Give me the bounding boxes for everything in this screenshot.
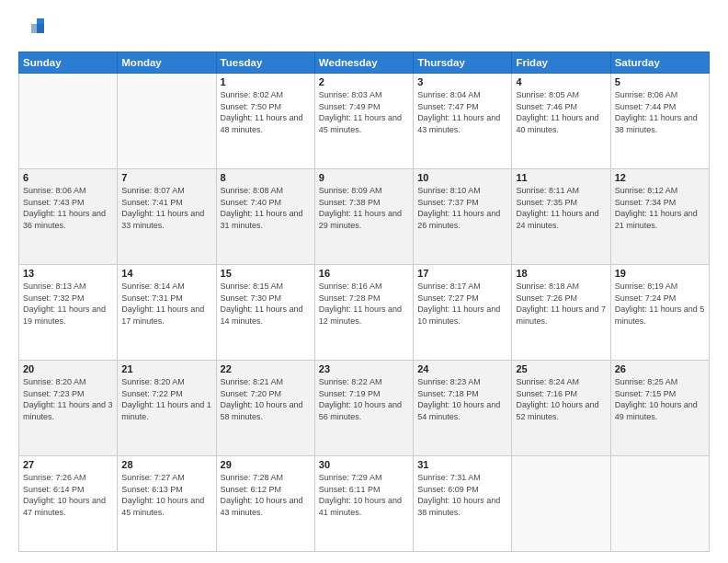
day-number: 7 (121, 172, 211, 183)
logo (18, 15, 46, 44)
day-number: 30 (319, 459, 409, 470)
day-info: Sunrise: 8:20 AM Sunset: 7:23 PM Dayligh… (23, 376, 113, 422)
day-number: 18 (516, 268, 606, 279)
calendar-table: SundayMondayTuesdayWednesdayThursdayFrid… (18, 52, 710, 552)
day-info: Sunrise: 8:06 AM Sunset: 7:43 PM Dayligh… (23, 185, 113, 231)
day-info: Sunrise: 8:18 AM Sunset: 7:26 PM Dayligh… (516, 281, 606, 327)
calendar-cell (512, 456, 610, 552)
day-number: 17 (417, 268, 507, 279)
header (18, 15, 710, 44)
day-info: Sunrise: 8:03 AM Sunset: 7:49 PM Dayligh… (319, 89, 409, 135)
day-info: Sunrise: 8:04 AM Sunset: 7:47 PM Dayligh… (417, 89, 507, 135)
svg-marker-2 (31, 24, 44, 33)
day-number: 20 (23, 363, 113, 374)
day-number: 22 (221, 363, 311, 374)
day-info: Sunrise: 8:17 AM Sunset: 7:27 PM Dayligh… (417, 281, 507, 327)
day-number: 21 (121, 363, 211, 374)
day-number: 23 (319, 363, 409, 374)
day-number: 11 (516, 172, 606, 183)
day-info: Sunrise: 8:15 AM Sunset: 7:30 PM Dayligh… (221, 281, 311, 327)
calendar-cell: 21Sunrise: 8:20 AM Sunset: 7:22 PM Dayli… (118, 361, 216, 456)
day-header-sunday: Sunday (19, 52, 118, 74)
calendar-cell: 23Sunrise: 8:22 AM Sunset: 7:19 PM Dayli… (314, 361, 413, 456)
calendar-week-row: 20Sunrise: 8:20 AM Sunset: 7:23 PM Dayli… (19, 361, 710, 456)
calendar-cell (610, 456, 709, 552)
day-info: Sunrise: 8:09 AM Sunset: 7:38 PM Dayligh… (319, 185, 409, 231)
calendar-cell: 5Sunrise: 8:06 AM Sunset: 7:44 PM Daylig… (610, 74, 709, 169)
calendar-cell: 29Sunrise: 7:28 AM Sunset: 6:12 PM Dayli… (216, 456, 314, 552)
calendar-cell: 20Sunrise: 8:20 AM Sunset: 7:23 PM Dayli… (19, 361, 118, 456)
calendar-cell: 24Sunrise: 8:23 AM Sunset: 7:18 PM Dayli… (414, 361, 512, 456)
day-info: Sunrise: 7:27 AM Sunset: 6:13 PM Dayligh… (121, 472, 211, 518)
calendar-header-row: SundayMondayTuesdayWednesdayThursdayFrid… (19, 52, 710, 74)
calendar-cell: 1Sunrise: 8:02 AM Sunset: 7:50 PM Daylig… (216, 74, 314, 169)
day-header-monday: Monday (118, 52, 216, 74)
day-number: 13 (23, 268, 113, 279)
day-info: Sunrise: 8:20 AM Sunset: 7:22 PM Dayligh… (121, 376, 211, 422)
calendar-cell: 26Sunrise: 8:25 AM Sunset: 7:15 PM Dayli… (610, 361, 709, 456)
day-number: 3 (417, 76, 507, 87)
calendar-cell: 25Sunrise: 8:24 AM Sunset: 7:16 PM Dayli… (512, 361, 610, 456)
day-info: Sunrise: 8:11 AM Sunset: 7:35 PM Dayligh… (516, 185, 606, 231)
day-number: 31 (417, 459, 507, 470)
day-info: Sunrise: 8:08 AM Sunset: 7:40 PM Dayligh… (221, 185, 311, 231)
calendar-cell: 6Sunrise: 8:06 AM Sunset: 7:43 PM Daylig… (19, 169, 118, 265)
page: SundayMondayTuesdayWednesdayThursdayFrid… (0, 0, 728, 563)
calendar-cell: 31Sunrise: 7:31 AM Sunset: 6:09 PM Dayli… (414, 456, 512, 552)
calendar-cell: 2Sunrise: 8:03 AM Sunset: 7:49 PM Daylig… (314, 74, 413, 169)
calendar-cell (118, 74, 216, 169)
calendar-cell: 12Sunrise: 8:12 AM Sunset: 7:34 PM Dayli… (610, 169, 709, 265)
day-number: 15 (221, 268, 311, 279)
day-number: 10 (417, 172, 507, 183)
calendar-cell: 30Sunrise: 7:29 AM Sunset: 6:11 PM Dayli… (314, 456, 413, 552)
day-info: Sunrise: 7:31 AM Sunset: 6:09 PM Dayligh… (417, 472, 507, 518)
day-number: 28 (121, 459, 211, 470)
calendar-cell: 17Sunrise: 8:17 AM Sunset: 7:27 PM Dayli… (414, 265, 512, 361)
day-number: 6 (23, 172, 113, 183)
calendar-week-row: 1Sunrise: 8:02 AM Sunset: 7:50 PM Daylig… (19, 74, 710, 169)
calendar-cell: 19Sunrise: 8:19 AM Sunset: 7:24 PM Dayli… (610, 265, 709, 361)
day-number: 19 (615, 268, 705, 279)
day-number: 24 (417, 363, 507, 374)
calendar-cell: 3Sunrise: 8:04 AM Sunset: 7:47 PM Daylig… (414, 74, 512, 169)
day-info: Sunrise: 7:28 AM Sunset: 6:12 PM Dayligh… (221, 472, 311, 518)
calendar-week-row: 27Sunrise: 7:26 AM Sunset: 6:14 PM Dayli… (19, 456, 710, 552)
day-number: 5 (615, 76, 705, 87)
day-number: 8 (221, 172, 311, 183)
day-header-wednesday: Wednesday (314, 52, 413, 74)
day-number: 27 (23, 459, 113, 470)
calendar-cell: 15Sunrise: 8:15 AM Sunset: 7:30 PM Dayli… (216, 265, 314, 361)
day-number: 29 (221, 459, 311, 470)
day-number: 9 (319, 172, 409, 183)
day-number: 1 (221, 76, 311, 87)
day-info: Sunrise: 8:23 AM Sunset: 7:18 PM Dayligh… (417, 376, 507, 422)
day-info: Sunrise: 8:02 AM Sunset: 7:50 PM Dayligh… (221, 89, 311, 135)
day-info: Sunrise: 7:29 AM Sunset: 6:11 PM Dayligh… (319, 472, 409, 518)
calendar-cell: 10Sunrise: 8:10 AM Sunset: 7:37 PM Dayli… (414, 169, 512, 265)
logo-icon (18, 15, 44, 40)
calendar-cell: 4Sunrise: 8:05 AM Sunset: 7:46 PM Daylig… (512, 74, 610, 169)
calendar-cell: 16Sunrise: 8:16 AM Sunset: 7:28 PM Dayli… (314, 265, 413, 361)
day-info: Sunrise: 8:19 AM Sunset: 7:24 PM Dayligh… (615, 281, 705, 327)
day-info: Sunrise: 8:05 AM Sunset: 7:46 PM Dayligh… (516, 89, 606, 135)
day-info: Sunrise: 8:21 AM Sunset: 7:20 PM Dayligh… (221, 376, 311, 422)
day-number: 12 (615, 172, 705, 183)
day-header-friday: Friday (512, 52, 610, 74)
day-number: 25 (516, 363, 606, 374)
calendar-cell: 22Sunrise: 8:21 AM Sunset: 7:20 PM Dayli… (216, 361, 314, 456)
day-number: 2 (319, 76, 409, 87)
calendar-week-row: 13Sunrise: 8:13 AM Sunset: 7:32 PM Dayli… (19, 265, 710, 361)
calendar-week-row: 6Sunrise: 8:06 AM Sunset: 7:43 PM Daylig… (19, 169, 710, 265)
day-info: Sunrise: 8:14 AM Sunset: 7:31 PM Dayligh… (121, 281, 211, 327)
day-number: 16 (319, 268, 409, 279)
calendar-cell: 8Sunrise: 8:08 AM Sunset: 7:40 PM Daylig… (216, 169, 314, 265)
day-info: Sunrise: 8:06 AM Sunset: 7:44 PM Dayligh… (615, 89, 705, 135)
day-number: 26 (615, 363, 705, 374)
day-info: Sunrise: 8:10 AM Sunset: 7:37 PM Dayligh… (417, 185, 507, 231)
day-number: 14 (121, 268, 211, 279)
calendar-cell: 27Sunrise: 7:26 AM Sunset: 6:14 PM Dayli… (19, 456, 118, 552)
calendar-cell (19, 74, 118, 169)
day-header-saturday: Saturday (610, 52, 709, 74)
day-info: Sunrise: 8:07 AM Sunset: 7:41 PM Dayligh… (121, 185, 211, 231)
day-info: Sunrise: 8:13 AM Sunset: 7:32 PM Dayligh… (23, 281, 113, 327)
